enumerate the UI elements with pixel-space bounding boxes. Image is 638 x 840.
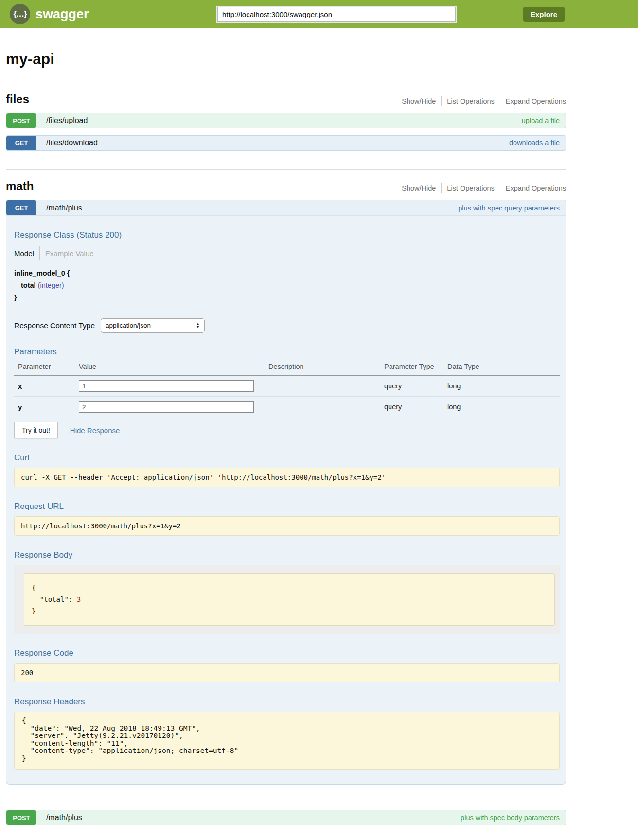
expand-operations-link[interactable]: Expand Operations	[500, 183, 566, 193]
operation-panel-get-math-plus: GET /math/plus plus with spec query para…	[6, 200, 566, 785]
response-content-type-row: Response Content Type application/json ▲…	[14, 318, 560, 332]
model-close: }	[14, 292, 560, 304]
section-divider	[6, 169, 566, 170]
spec-url-input[interactable]	[217, 7, 456, 22]
parameter-name: y	[14, 397, 75, 418]
model-signature: inline_model_0 { total (integer) }	[14, 267, 560, 304]
col-value: Value	[75, 360, 265, 375]
list-operations-link[interactable]: List Operations	[441, 96, 500, 106]
operation-summary[interactable]: plus with spec query parameters	[458, 204, 560, 212]
curl-command-box: curl -X GET --header 'Accept: applicatio…	[14, 468, 560, 487]
model-tabs: Model Example Value	[14, 246, 560, 261]
operation-path[interactable]: /math/plus	[46, 813, 82, 822]
col-parameter: Parameter	[14, 360, 75, 375]
parameters-header-row: Parameter Value Description Parameter Ty…	[14, 360, 560, 375]
parameter-y-input[interactable]	[79, 401, 254, 413]
request-url-box: http://localhost:3000/math/plus?x=1&y=2	[14, 516, 560, 536]
parameter-type: query	[380, 397, 443, 418]
files-section-header: files Show/Hide List Operations Expand O…	[6, 92, 566, 106]
parameter-x-input[interactable]	[79, 380, 254, 392]
property-name: total	[21, 281, 36, 289]
json-brace-open: {	[32, 584, 35, 592]
parameter-data-type: long	[443, 375, 560, 397]
request-url-heading: Request URL	[14, 502, 560, 511]
math-section-title: math	[6, 179, 34, 193]
show-hide-link[interactable]: Show/Hide	[396, 183, 441, 193]
main-content: my-api files Show/Hide List Operations E…	[6, 51, 566, 840]
response-headers-heading: Response Headers	[14, 697, 560, 707]
parameter-row-y: y query long	[14, 397, 560, 418]
operation-summary[interactable]: upload a file	[522, 117, 560, 124]
top-bar: {…} swagger Explore	[0, 0, 638, 28]
response-headers-box: { "date": "Wed, 22 Aug 2018 18:49:13 GMT…	[14, 712, 560, 770]
parameters-heading: Parameters	[14, 347, 560, 357]
json-key: "total":	[32, 595, 77, 603]
try-it-out-row: Try it out! Hide Response	[14, 422, 560, 438]
operation-path[interactable]: /files/download	[46, 139, 98, 147]
try-it-out-button[interactable]: Try it out!	[14, 422, 58, 438]
tab-example-value[interactable]: Example Value	[40, 249, 94, 258]
response-body-container: { "total": 3 }	[14, 565, 560, 634]
expand-operations-link[interactable]: Expand Operations	[500, 96, 566, 106]
parameter-data-type: long	[443, 397, 560, 418]
curl-heading: Curl	[14, 453, 560, 463]
model-property: total (integer)	[21, 280, 560, 292]
operation-content: Response Class (Status 200) Model Exampl…	[6, 216, 566, 784]
col-data-type: Data Type	[443, 360, 560, 375]
operation-summary[interactable]: plus with spec body parameters	[461, 814, 560, 822]
operation-row-get-files-download[interactable]: GET /files/download downloads a file	[6, 135, 566, 151]
files-section-title: files	[6, 92, 29, 106]
property-type: (integer)	[38, 281, 64, 289]
page-title: my-api	[6, 51, 566, 68]
response-body-heading: Response Body	[14, 550, 560, 560]
brand-name: swagger	[35, 7, 89, 22]
swagger-logo-icon: {…}	[10, 4, 30, 24]
parameters-table: Parameter Value Description Parameter Ty…	[14, 360, 560, 417]
operation-row-post-math-plus[interactable]: POST /math/plus plus with spec body para…	[6, 810, 566, 825]
parameter-type: query	[380, 375, 443, 397]
files-section-controls: Show/Hide List Operations Expand Operati…	[396, 96, 566, 106]
response-body-json: { "total": 3 }	[24, 573, 555, 626]
post-method-badge: POST	[6, 113, 36, 128]
parameter-description	[265, 375, 380, 397]
operation-row-post-files-upload[interactable]: POST /files/upload upload a file	[6, 113, 566, 128]
response-content-type-label: Response Content Type	[14, 321, 95, 330]
get-method-badge: GET	[6, 200, 36, 215]
post-method-badge: POST	[6, 810, 36, 825]
col-description: Description	[265, 360, 380, 375]
operation-row-get-math-plus[interactable]: GET /math/plus plus with spec query para…	[6, 200, 566, 216]
operation-path[interactable]: /files/upload	[46, 116, 88, 125]
response-content-type-select[interactable]: application/json ▲▼	[101, 318, 205, 332]
json-value: 3	[77, 595, 81, 603]
math-section-header: math Show/Hide List Operations Expand Op…	[6, 179, 566, 193]
select-arrows-icon: ▲▼	[196, 323, 200, 329]
swagger-brand[interactable]: {…} swagger	[10, 4, 89, 24]
operation-path[interactable]: /math/plus	[46, 204, 82, 212]
selected-content-type: application/json	[106, 322, 151, 329]
explore-button[interactable]: Explore	[523, 7, 565, 22]
hide-response-link[interactable]: Hide Response	[70, 426, 120, 435]
list-operations-link[interactable]: List Operations	[441, 183, 500, 193]
show-hide-link[interactable]: Show/Hide	[396, 96, 441, 106]
parameter-description	[265, 397, 380, 418]
get-method-badge: GET	[6, 136, 36, 150]
math-section-controls: Show/Hide List Operations Expand Operati…	[396, 183, 566, 193]
json-brace-close: }	[32, 607, 35, 615]
parameter-name: x	[14, 375, 75, 397]
operation-summary[interactable]: downloads a file	[509, 139, 560, 147]
col-parameter-type: Parameter Type	[380, 360, 443, 375]
tab-model[interactable]: Model	[14, 249, 39, 258]
response-class-heading: Response Class (Status 200)	[14, 230, 560, 240]
response-code-box: 200	[14, 663, 560, 682]
model-open: inline_model_0 {	[14, 267, 560, 280]
parameter-row-x: x query long	[14, 375, 560, 397]
response-code-heading: Response Code	[14, 648, 560, 658]
